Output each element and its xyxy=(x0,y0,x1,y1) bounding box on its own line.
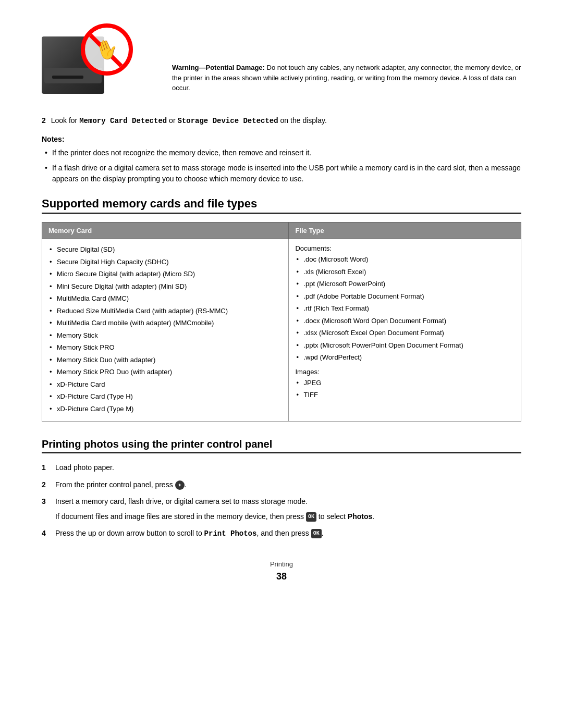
step-number: 2 xyxy=(42,479,52,490)
list-item: .doc (Microsoft Word) xyxy=(295,254,515,265)
images-list: JPEG TIFF xyxy=(295,378,515,400)
list-item: xD-Picture Card (Type M) xyxy=(48,404,282,414)
ok-badge-1: OK xyxy=(306,512,316,522)
warning-label: Warning—Potential Damage: xyxy=(172,64,265,71)
ok-badge-2: OK xyxy=(311,529,322,538)
footer-label: Printing xyxy=(42,560,521,568)
step-number: 3 xyxy=(42,496,52,507)
list-item: Memory Stick xyxy=(48,330,282,341)
list-item: .docx (Microsoft Word Open Document Form… xyxy=(295,316,515,326)
notes-section: Notes: If the printer does not recognize… xyxy=(42,135,521,184)
notes-label: Notes: xyxy=(42,135,521,143)
list-item: xD-Picture Card xyxy=(48,379,282,390)
no-sign-circle: ✋ xyxy=(81,23,133,76)
photos-bold: Photos xyxy=(348,512,372,521)
printer-image: ✋ xyxy=(42,21,136,104)
images-label: Images: xyxy=(295,368,515,376)
warning-image-area: ✋ xyxy=(42,21,156,104)
step-2-text-after: on the display. xyxy=(278,116,327,125)
memory-table: Memory Card File Type Secure Digital (SD… xyxy=(42,222,521,422)
list-item: Mini Secure Digital (with adapter) (Mini… xyxy=(48,281,282,292)
code-memory-card-detected: Memory Card Detected xyxy=(79,117,167,125)
page-number: 38 xyxy=(42,571,521,582)
step-2-text-before: Look for xyxy=(51,116,79,125)
top-section: ✋ Warning—Potential Damage: Do not touch… xyxy=(42,21,521,104)
step-1-text: Load photo paper. xyxy=(55,462,114,473)
warning-text: Warning—Potential Damage: Do not touch a… xyxy=(172,21,521,93)
no-touch-sign: ✋ xyxy=(78,21,136,78)
page-footer: Printing 38 xyxy=(42,560,521,582)
printing-step-3: 3 Insert a memory card, flash drive, or … xyxy=(42,496,521,522)
list-item: Secure Digital High Capacity (SDHC) xyxy=(48,257,282,267)
list-item: JPEG xyxy=(295,378,515,388)
printing-step-1: 1 Load photo paper. xyxy=(42,462,521,473)
step-2-line: 2 Look for Memory Card Detected or Stora… xyxy=(42,115,521,127)
printing-step-2: 2 From the printer control panel, press … xyxy=(42,479,521,490)
list-item: xD-Picture Card (Type H) xyxy=(48,391,282,402)
control-panel-icon: ✦ xyxy=(175,480,185,490)
step-number: 1 xyxy=(42,462,52,473)
code-storage-device-detected: Storage Device Detected xyxy=(177,117,278,125)
step-2-text: From the printer control panel, press ✦. xyxy=(55,479,186,490)
step-2-text-middle: or xyxy=(167,116,177,125)
list-item: If the printer does not recognize the me… xyxy=(42,147,521,158)
list-item: .wpd (WordPerfect) xyxy=(295,352,515,363)
list-item: Memory Stick PRO xyxy=(48,342,282,353)
list-item: Memory Stick Duo (with adapter) xyxy=(48,355,282,365)
notes-list: If the printer does not recognize the me… xyxy=(42,147,521,184)
step-3-indent: If document files and image files are st… xyxy=(55,511,521,522)
list-item: .xlsx (Microsoft Excel Open Document For… xyxy=(295,328,515,338)
list-item: Memory Stick PRO Duo (with adapter) xyxy=(48,367,282,377)
list-item: .pptx (Microsoft PowerPoint Open Documen… xyxy=(295,340,515,351)
list-item: Reduced Size MultiMedia Card (with adapt… xyxy=(48,306,282,316)
list-item: .ppt (Microsoft PowerPoint) xyxy=(295,279,515,289)
docs-label: Documents: xyxy=(295,244,515,252)
step-4-text: Press the up or down arrow button to scr… xyxy=(55,527,324,539)
file-types-cell: Documents: .doc (Microsoft Word) .xls (M… xyxy=(289,239,521,422)
col2-header: File Type xyxy=(289,223,521,239)
memory-cards-list: Secure Digital (SD) Secure Digital High … xyxy=(48,244,282,414)
list-item: TIFF xyxy=(295,390,515,400)
step-number: 4 xyxy=(42,527,52,539)
print-photos-code: Print Photos xyxy=(204,529,257,538)
docs-list: .doc (Microsoft Word) .xls (Microsoft Ex… xyxy=(295,254,515,363)
supported-section-heading: Supported memory cards and file types xyxy=(42,197,521,214)
printing-section-heading: Printing photos using the printer contro… xyxy=(42,438,521,453)
printing-steps-list: 1 Load photo paper. 2 From the printer c… xyxy=(42,462,521,539)
memory-cards-cell: Secure Digital (SD) Secure Digital High … xyxy=(42,239,289,422)
list-item: Secure Digital (SD) xyxy=(48,244,282,255)
list-item: .xls (Microsoft Excel) xyxy=(295,267,515,277)
list-item: If a flash drive or a digital camera set… xyxy=(42,163,521,184)
col1-header: Memory Card xyxy=(42,223,289,239)
list-item: .pdf (Adobe Portable Document Format) xyxy=(295,291,515,302)
list-item: .rtf (Rich Text Format) xyxy=(295,303,515,314)
list-item: MultiMedia Card mobile (with adapter) (M… xyxy=(48,318,282,328)
list-item: Micro Secure Digital (with adapter) (Mic… xyxy=(48,269,282,279)
printing-step-4: 4 Press the up or down arrow button to s… xyxy=(42,527,521,539)
step-2-number: 2 xyxy=(42,116,46,125)
list-item: MultiMedia Card (MMC) xyxy=(48,293,282,304)
